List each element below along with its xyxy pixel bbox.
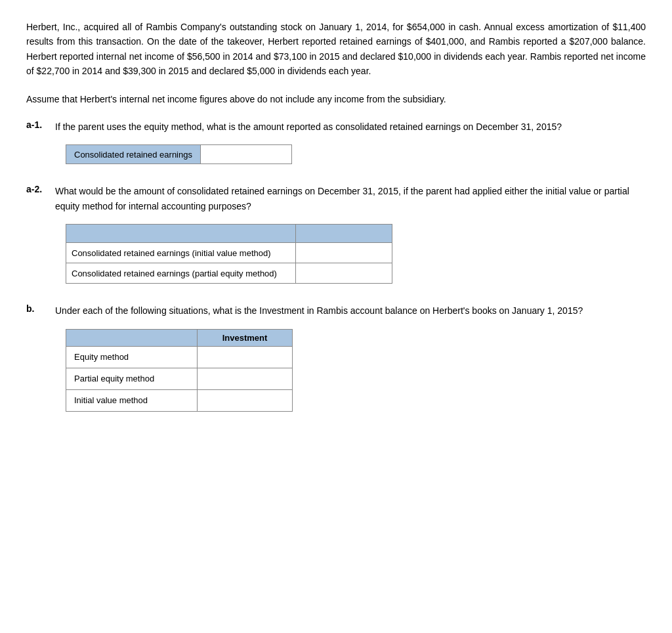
a2-partial-equity-input[interactable]	[301, 266, 387, 280]
a1-input-cell[interactable]	[200, 145, 291, 164]
a2-row2-input-cell[interactable]	[296, 263, 392, 284]
a2-header-empty2	[296, 225, 392, 243]
b-header-investment: Investment	[198, 329, 293, 346]
question-a2-text: What would be the amount of consolidated…	[55, 184, 646, 213]
a1-label-cell: Consolidated retained earnings	[66, 145, 201, 164]
b-row3-label: Initial value method	[66, 389, 198, 411]
b-row1-label: Equity method	[66, 346, 198, 368]
b-initial-value-input[interactable]	[205, 393, 284, 408]
question-a1-table-container: Consolidated retained earnings	[66, 144, 646, 164]
b-row2-input-cell[interactable]	[198, 368, 293, 389]
b-equity-input[interactable]	[205, 350, 284, 364]
b-row2-label: Partial equity method	[66, 368, 198, 389]
question-a2-table-container: Consolidated retained earnings (initial …	[66, 224, 646, 284]
a1-input[interactable]	[203, 146, 289, 162]
question-a2-label: a-2.	[26, 184, 52, 194]
question-a1-text: If the parent uses the equity method, wh…	[55, 120, 646, 134]
question-b-label: b.	[26, 303, 52, 314]
a1-label-text: Consolidated retained earnings	[74, 150, 192, 160]
a2-row2-label: Consolidated retained earnings (partial …	[66, 263, 296, 284]
question-b-table-container: Investment Equity method Partial equity …	[26, 329, 646, 412]
b-row1-input-cell[interactable]	[198, 346, 293, 368]
question-b-text: Under each of the following situations, …	[55, 303, 646, 318]
a2-row1-label: Consolidated retained earnings (initial …	[66, 243, 296, 263]
b-header-empty	[66, 329, 198, 346]
b-partial-equity-input[interactable]	[205, 372, 284, 386]
question-a1-block: a-1. If the parent uses the equity metho…	[26, 120, 646, 164]
question-a1-label: a-1.	[26, 120, 52, 130]
question-a2-block: a-2. What would be the amount of consoli…	[26, 184, 646, 284]
question-a1-table: Consolidated retained earnings	[66, 144, 292, 164]
question-b-table: Investment Equity method Partial equity …	[66, 329, 293, 412]
a2-header-empty	[66, 225, 296, 243]
intro-paragraph-1: Herbert, Inc., acquired all of Rambis Co…	[26, 20, 646, 79]
a2-initial-value-input[interactable]	[301, 246, 387, 260]
question-b-block: b. Under each of the following situation…	[26, 303, 646, 411]
intro-paragraph-2: Assume that Herbert's internal net incom…	[26, 92, 646, 106]
question-a2-table: Consolidated retained earnings (initial …	[66, 224, 392, 284]
a2-row1-input-cell[interactable]	[296, 243, 392, 263]
b-row3-input-cell[interactable]	[198, 389, 293, 411]
